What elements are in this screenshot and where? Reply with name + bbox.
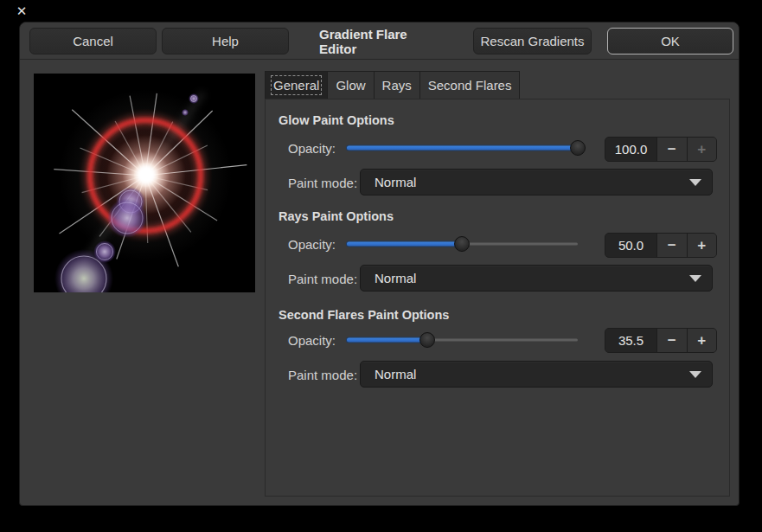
- glow-opacity-value[interactable]: 100.0: [605, 138, 656, 161]
- second-flares-opacity-label: Opacity:: [288, 333, 336, 348]
- second-flares-paint-options-title: Second Flares Paint Options: [279, 308, 449, 322]
- dialog-title: Gradient Flare Editor: [319, 22, 445, 60]
- tab-glow[interactable]: Glow: [328, 71, 374, 99]
- slow-handle[interactable]: [570, 140, 586, 156]
- dialog-header: Cancel Help Gradient Flare Editor Rescan…: [20, 22, 739, 60]
- tab-general-label: General: [273, 78, 319, 93]
- second-flares-opacity-value[interactable]: 35.5: [605, 329, 656, 352]
- glow-opacity-label: Opacity:: [288, 141, 336, 156]
- cancel-button[interactable]: Cancel: [29, 28, 157, 54]
- screen: ✕ Cancel Help Gradient Flare Editor Resc…: [0, 0, 762, 532]
- rays-opacity-spin: 50.0 − +: [605, 233, 717, 258]
- chevron-down-icon: [689, 179, 701, 186]
- rays-opacity-minus-button[interactable]: −: [656, 234, 686, 257]
- rays-opacity-label: Opacity:: [288, 237, 336, 252]
- glow-opacity-minus-button[interactable]: −: [656, 138, 686, 161]
- slider-handle[interactable]: [419, 332, 435, 348]
- second-flares-paint-mode-dropdown[interactable]: Normal: [360, 361, 713, 388]
- glow-opacity-slider[interactable]: [347, 139, 578, 157]
- slider-fill: [347, 338, 427, 343]
- tab-general[interactable]: General: [265, 71, 328, 99]
- second-flares-paint-mode-label: Paint mode:: [288, 368, 357, 382]
- gradient-flare-editor-dialog: Cancel Help Gradient Flare Editor Rescan…: [19, 22, 740, 506]
- second-flares-opacity-slider[interactable]: [347, 331, 578, 349]
- tab-second-flares[interactable]: Second Flares: [420, 71, 521, 99]
- tab-second-flares-label: Second Flares: [428, 78, 512, 93]
- rays-paint-mode-label: Paint mode:: [288, 272, 357, 286]
- second-flares-opacity-minus-button[interactable]: −: [656, 329, 686, 352]
- chevron-down-icon: [689, 371, 701, 378]
- rays-paint-options-title: Rays Paint Options: [279, 209, 394, 223]
- glow-opacity-spin: 100.0 − +: [605, 137, 717, 162]
- rays-opacity-slider[interactable]: [347, 235, 578, 253]
- flare-preview-image: [34, 74, 255, 292]
- ok-button[interactable]: OK: [607, 28, 733, 54]
- notebook-tabs: General Glow Rays Second Flares: [265, 71, 520, 99]
- close-icon[interactable]: ✕: [14, 3, 29, 19]
- rays-opacity-plus-button[interactable]: +: [687, 234, 716, 257]
- tab-glow-label: Glow: [336, 78, 365, 93]
- second-flares-paint-mode-value: Normal: [375, 367, 416, 381]
- slider-fill: [347, 242, 462, 247]
- second-flares-opacity-spin: 35.5 − +: [605, 328, 717, 353]
- slider-fill: [347, 146, 578, 151]
- tab-rays[interactable]: Rays: [375, 71, 420, 99]
- glow-paint-options-title: Glow Paint Options: [279, 113, 394, 127]
- chevron-down-icon: [689, 275, 701, 282]
- glow-opacity-plus-button[interactable]: +: [687, 138, 716, 161]
- glow-paint-mode-dropdown[interactable]: Normal: [360, 169, 713, 195]
- second-flares-opacity-plus-button[interactable]: +: [687, 329, 716, 352]
- slider-handle[interactable]: [454, 236, 470, 252]
- rays-opacity-value[interactable]: 50.0: [605, 234, 656, 257]
- glow-paint-mode-label: Paint mode:: [288, 176, 357, 190]
- rays-paint-mode-dropdown[interactable]: Normal: [360, 265, 713, 292]
- help-button[interactable]: Help: [162, 28, 289, 54]
- rescan-gradients-button[interactable]: Rescan Gradients: [473, 28, 592, 54]
- glow-paint-mode-value: Normal: [375, 175, 416, 189]
- tab-rays-label: Rays: [382, 78, 412, 93]
- flare-preview[interactable]: [34, 74, 255, 292]
- rays-paint-mode-value: Normal: [375, 271, 416, 285]
